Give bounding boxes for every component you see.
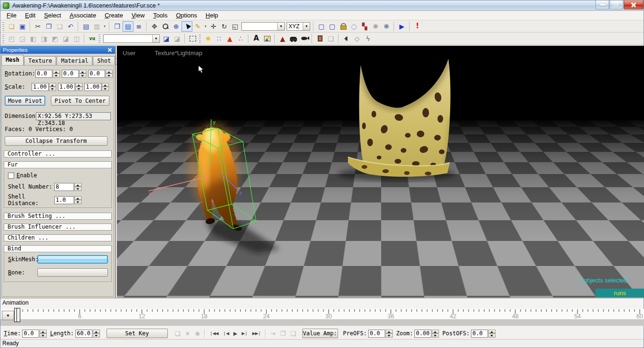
menu-view[interactable]: View	[127, 11, 149, 19]
length-up[interactable]	[93, 330, 100, 334]
goto-key-icon[interactable]: →	[270, 330, 275, 337]
render-icon[interactable]: ▤	[81, 21, 91, 32]
bind-group-header[interactable]: Bind	[4, 245, 112, 252]
cut-icon[interactable]: ✂	[33, 21, 43, 32]
time-up[interactable]	[40, 330, 47, 334]
scale-x-up[interactable]	[49, 83, 56, 87]
menu-help[interactable]: Help	[201, 11, 223, 19]
menu-tools[interactable]: Tools	[149, 11, 172, 19]
menu-associate[interactable]: Associate	[66, 11, 100, 19]
marquee-icon[interactable]	[187, 33, 198, 44]
lock-icon[interactable]	[338, 21, 348, 32]
light-icon[interactable]: ✹	[203, 33, 214, 44]
zoom-icon[interactable]	[160, 21, 171, 32]
track-dropdown-button[interactable]: ▼	[2, 311, 14, 320]
rotate-icon[interactable]: ↻	[219, 21, 230, 32]
undo-icon[interactable]: ↶	[65, 21, 76, 32]
length-down[interactable]	[93, 333, 100, 338]
move-pivot-button[interactable]: Move Pivot	[5, 96, 45, 106]
zoom-up[interactable]	[432, 330, 439, 334]
web-icon[interactable]: ❋	[370, 21, 381, 32]
layers-icon[interactable]: ❒	[112, 21, 123, 32]
collapse-transform-button[interactable]: Collapse Transform	[5, 136, 107, 146]
particle-icon[interactable]: ∷	[214, 33, 224, 44]
preofs-down[interactable]	[386, 333, 393, 338]
title-bar[interactable]: Awakening-F:\AwakeningII 1.6\scenes\feat…	[0, 0, 644, 11]
rotation-y-field[interactable]	[62, 70, 79, 78]
toolbar2c-grip[interactable]	[199, 34, 201, 43]
clear-keys-icon[interactable]: ❀	[195, 330, 200, 337]
shell-number-field[interactable]	[54, 183, 74, 191]
time-field[interactable]	[22, 330, 39, 338]
brush-icon[interactable]: ✎	[192, 21, 203, 32]
bone-button[interactable]	[37, 268, 108, 277]
rotation-x-up[interactable]	[53, 70, 60, 74]
add-key-icon[interactable]: ❏	[175, 330, 181, 337]
restore-button[interactable]	[610, 0, 623, 9]
scale-z-up[interactable]	[102, 83, 109, 87]
rotation-z-up[interactable]	[106, 70, 113, 74]
toolbar2b-grip[interactable]	[99, 34, 100, 43]
play-icon[interactable]: ▶	[396, 21, 407, 32]
rotation-z-down[interactable]	[106, 74, 113, 78]
set-key-button[interactable]: Set Key	[107, 329, 168, 338]
terrain-icon[interactable]: ▲	[277, 33, 288, 44]
properties-close-icon[interactable]	[107, 47, 113, 53]
selection-filter-combo-caret[interactable]: ▼	[277, 23, 284, 30]
minimize-button[interactable]	[595, 0, 609, 9]
axis-combo[interactable]: XYZ▼	[287, 22, 310, 31]
paste-key-icon[interactable]: ❑	[290, 330, 296, 337]
time-down[interactable]	[40, 333, 47, 338]
actor-icon[interactable]: ϟ	[363, 33, 373, 44]
go-first-button[interactable]: ❘◀◀	[209, 331, 218, 336]
menu-edit[interactable]: Edit	[21, 11, 40, 19]
shell-distance-field[interactable]	[54, 196, 74, 204]
rotation-y-up[interactable]	[79, 70, 86, 74]
scale-y-up[interactable]	[75, 83, 83, 87]
copy-icon[interactable]: ❐	[43, 21, 54, 32]
leopard-cloth[interactable]	[348, 55, 454, 177]
pan-icon[interactable]: ✥	[149, 21, 160, 32]
rotation-x-down[interactable]	[53, 74, 60, 78]
value-amp-button[interactable]: Value Amp:	[302, 329, 338, 338]
fur-group-header[interactable]: Fur	[4, 161, 112, 168]
fire-icon[interactable]: ▲	[224, 33, 235, 44]
rotation-y-down[interactable]	[79, 74, 86, 78]
orbit-icon[interactable]: ⊕	[171, 21, 182, 32]
scale-icon[interactable]: ◱	[230, 21, 240, 32]
postofs-down[interactable]	[488, 333, 495, 338]
door-icon[interactable]	[314, 33, 325, 44]
local-box-icon[interactable]: ▢	[316, 21, 327, 32]
open-icon[interactable]: ❏	[6, 21, 17, 32]
brush-setting-group-header[interactable]: Brush Setting ...	[4, 213, 112, 220]
preofs-field[interactable]	[368, 330, 385, 338]
fur-enable-checkbox[interactable]	[8, 173, 14, 179]
postofs-up[interactable]	[488, 330, 495, 334]
postofs-field[interactable]	[471, 330, 488, 338]
scale-y-down[interactable]	[75, 87, 83, 91]
move-icon[interactable]: ✛	[208, 21, 219, 32]
world-box-icon[interactable]: ▢	[327, 21, 338, 32]
toolbar2-grip[interactable]	[2, 34, 4, 43]
rotation-z-field[interactable]	[88, 70, 105, 78]
text-icon[interactable]: A	[251, 33, 262, 44]
object-type-combo-caret[interactable]: ▼	[152, 35, 159, 42]
go-last-button[interactable]: ▶▶❘	[252, 331, 261, 336]
menu-select[interactable]: Select	[40, 11, 65, 19]
tab-texture[interactable]: Texture	[24, 56, 57, 65]
image-icon[interactable]	[262, 33, 272, 44]
delete-key-icon[interactable]: ✕	[185, 330, 190, 337]
viewport-view-label[interactable]: User	[123, 50, 135, 57]
shell-distance-down[interactable]	[74, 200, 82, 204]
fish-icon[interactable]	[299, 33, 310, 44]
menu-file[interactable]: File	[2, 11, 21, 19]
debug-icon[interactable]: !	[412, 21, 423, 32]
prism-icon[interactable]: ◇	[352, 33, 363, 44]
toolbar1-grip[interactable]	[2, 22, 4, 31]
object-type-combo[interactable]: ▼	[103, 34, 160, 43]
scale-y-field[interactable]	[58, 83, 75, 91]
outline-icon[interactable]: ≡	[133, 21, 144, 32]
scale-z-field[interactable]	[84, 83, 101, 91]
zoom-field[interactable]	[414, 330, 431, 338]
play-button[interactable]: ▶	[233, 331, 237, 337]
